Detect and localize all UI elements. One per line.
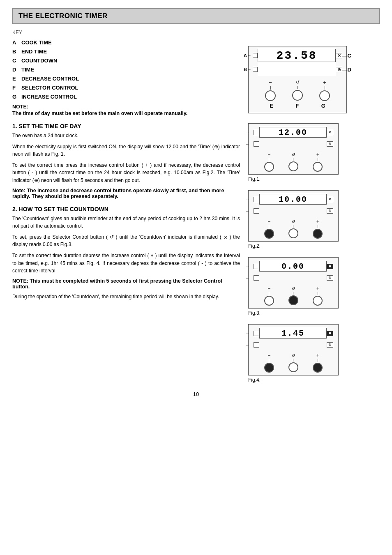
page-title: THE ELECTRONIC TIMER: [12, 8, 380, 24]
note-section: NOTE: The time of day must be set before…: [12, 104, 240, 116]
fig3-diagram: → 0.00 ■ → ⊕ −: [248, 257, 380, 316]
fig4-label: Fig.4.: [248, 377, 380, 383]
plus-symbol: +: [323, 79, 326, 85]
section2-para1: The 'Countdown' gives an audible reminde…: [12, 215, 240, 230]
section1-title: 1. SET THE TIME OF DAY: [12, 123, 240, 129]
key-item-a: A COOK TIME: [12, 39, 240, 46]
main-time-display: 23.58: [258, 49, 336, 62]
key-item-b: B END TIME: [12, 48, 240, 55]
section2-note-bold: NOTE: This must be completed within 5 se…: [12, 278, 240, 290]
key-item-c: C COUNTDOWN: [12, 58, 240, 64]
fig2-diagram: → 10.00 ✕ → ⊕ −: [248, 190, 380, 249]
fig2-display: 10.00: [259, 194, 327, 205]
fig4-diagram: → 1.45 ■ → ⊕ −: [248, 324, 380, 383]
key-label: KEY: [12, 30, 240, 35]
note-label: NOTE:: [12, 104, 240, 110]
fig1-diagram: → 12.00 ✕ → ⊛ −: [248, 123, 380, 182]
increase-btn[interactable]: [319, 90, 330, 101]
fig2-label: Fig.2.: [248, 243, 380, 249]
key-item-d: D TIME: [12, 67, 240, 73]
decrease-btn[interactable]: [265, 90, 276, 101]
fig3-label: Fig.3.: [248, 310, 380, 316]
fig3-display: 0.00: [259, 261, 327, 272]
fig1-display: 12.00: [259, 127, 327, 138]
section2-title: 2. HOW TO SET THE COUNTDOWN: [12, 206, 240, 212]
section1-note-bold: Note: The increase and decrease control …: [12, 188, 240, 199]
label-c-side: —C: [342, 53, 351, 59]
note-text: The time of day must be set before the m…: [12, 111, 240, 116]
key-item-f: F SELECTOR CONTROL: [12, 85, 240, 91]
selector-btn[interactable]: [292, 90, 303, 101]
label-d-side: —D: [342, 67, 351, 73]
minus-symbol: −: [269, 79, 272, 85]
key-item-e: E DECREASE CONTROL: [12, 76, 240, 82]
main-controls-row: − ↺ +: [253, 79, 342, 101]
section2-para4: During the operation of the 'Countdown',…: [12, 293, 240, 301]
page-number: 10: [12, 391, 380, 397]
key-list: A COOK TIME B END TIME C COUNTDOWN D TIM…: [12, 39, 240, 100]
section1-para2: When the electricity supply is first swi…: [12, 143, 240, 158]
section2-para2: To set, press the Selector Control butto…: [12, 233, 240, 249]
main-diagram: A→ 23.58 ✕ —C B→ ⊕ —D: [248, 46, 380, 113]
section1-para1: The oven has a 24 hour clock.: [12, 132, 240, 140]
section2-para3: To set the correct time duration depress…: [12, 252, 240, 275]
section1-para3: To set the correct time press the increa…: [12, 161, 240, 184]
efg-labels: E F G: [253, 101, 342, 109]
label-a-arrow: A→: [244, 53, 251, 58]
key-item-g: G INCREASE CONTROL: [12, 94, 240, 100]
fig4-display: 1.45: [259, 328, 327, 339]
fig1-label: Fig.1.: [248, 176, 380, 182]
selector-symbol: ↺: [296, 80, 300, 85]
label-b-arrow: B→: [244, 67, 251, 72]
